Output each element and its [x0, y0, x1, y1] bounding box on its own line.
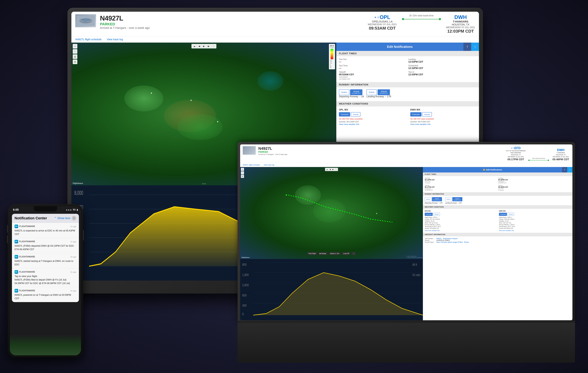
opl-actual-btn[interactable]: Actual	[351, 112, 360, 117]
notif-close-btn[interactable]: ✕	[72, 216, 76, 221]
departing-runway-label: Departing Runway:	[339, 95, 359, 98]
laptop-land-actual-time: 06:48PM CDT	[454, 199, 461, 201]
map-weather-icon[interactable]: ☁	[192, 44, 197, 48]
opl-weather-link[interactable]: View more weather info	[339, 123, 359, 125]
laptop-facebook-btn[interactable]: f	[562, 167, 567, 172]
svg-text:2,800: 2,800	[242, 283, 249, 287]
laptop-efd-temp: Temperature: 89°F / 32°C	[425, 226, 496, 227]
laptop-land-active-btn[interactable]: Active	[445, 197, 452, 201]
laptop-dest-dot	[548, 160, 549, 161]
laptop-notif-bar: 🔔 Edit Notifications f t	[423, 167, 572, 172]
notif-item-1[interactable]: FA FLIGHTAWARE 1h ago N4927L (P28A) depa…	[12, 238, 79, 253]
laptop-efd-actual-btn[interactable]: Actual	[433, 213, 440, 216]
landing-active-btn[interactable]: Active	[367, 89, 377, 95]
departing-active-btn[interactable]: Active	[339, 89, 349, 95]
dest-dot	[439, 18, 441, 20]
laptop-bezel: N4927L PARKED Arrived at T-Hangars - ove…	[240, 144, 572, 320]
taxi-in-item: Taxi In 12:03PM CDT	[408, 71, 476, 80]
laptop-efd-forecast-btn[interactable]: Forecast	[425, 213, 433, 216]
laptop-replay-btn[interactable]: ▶ Replay	[318, 252, 327, 255]
laptop-dwh-actual-btn[interactable]: Actual	[507, 213, 514, 216]
laptop-efd-forecast-btns: Forecast Actual	[425, 213, 496, 216]
zoom-out-btn[interactable]: −	[73, 49, 77, 54]
laptop-loop-btn[interactable]: Loop Off	[342, 252, 350, 255]
laptop-aircraft-section: Tail Number: N4927L Registration Analysi…	[423, 236, 572, 245]
taxi-out-label: Taxi Out	[339, 58, 407, 61]
notif-item-0[interactable]: FA FLIGHTAWARE 1h ago N4927L is expected…	[12, 223, 79, 238]
dwh-actual-btn[interactable]: Actual	[422, 112, 432, 117]
phone-signal-icon: ▲▲▲	[66, 209, 72, 211]
laptop-tail-value[interactable]: N4927L	[436, 238, 442, 239]
actual-label1: Actual	[353, 90, 359, 93]
map-next-btn[interactable]: ▶	[207, 44, 211, 48]
laptop-land-actual-btn[interactable]: Actual 06:48PM CDT	[452, 197, 462, 201]
laptop-speed-btn[interactable]: Speed ⊙ 10x	[329, 252, 341, 255]
laptop-dest-code: DWH	[552, 148, 570, 152]
laptop-efd-clouds: Clouds: SCT @ 3,200 ft	[425, 218, 496, 220]
zoom-in-btn[interactable]: +	[73, 44, 77, 49]
laptop-dwh-forecast-btn[interactable]: Forecast	[499, 213, 507, 216]
social-buttons: f t	[463, 43, 479, 51]
map-play-btn[interactable]: ▶	[202, 44, 206, 48]
laptop-dep-actual-btn[interactable]: Actual 06:49PM CDT	[432, 197, 442, 201]
phone-bezel: 6:05 ▲▲▲ 5G ▮ Notification Center	[10, 206, 81, 355]
laptop-track-link[interactable]: View track log	[264, 164, 274, 166]
map-legend: 200 ft 3 mph -60-40-2002040	[329, 44, 335, 69]
view-track-link[interactable]: View track log	[107, 38, 123, 41]
notif-app-name-1: FLIGHTAWARE	[19, 240, 35, 243]
flight-header: N4927L PARKED Arrived at T-Hangars - ove…	[71, 12, 479, 36]
close-icon: ✕	[73, 217, 75, 220]
laptop-edit-notifications-btn[interactable]: 🔔 Edit Notifications	[423, 167, 562, 172]
laptop-efd-weather-link[interactable]: View more weather info	[425, 230, 440, 231]
show-less-btn[interactable]: ⌃ Show less	[54, 216, 70, 220]
weather-row: OPL WX Forecast Actual No METAR data ava…	[339, 108, 476, 126]
departing-actual-btn[interactable]: Actual 06:53AM CDT	[350, 89, 362, 95]
map-expand-btn[interactable]: ⋯	[211, 44, 216, 48]
edit-notifications-btn[interactable]: Edit Notifications	[336, 43, 463, 51]
laptop-takeoff: Takeoff 06:17PM CDT Scheduled 05:45PM CD…	[425, 185, 497, 191]
laptop-lid: N4927L PARKED Arrived at T-Hangars - ove…	[238, 142, 575, 323]
notif-text-2: N4927L started taxiing at T-Hangars at D…	[15, 259, 76, 266]
twitter-btn[interactable]: t	[471, 43, 479, 51]
phone-vol-up-btn[interactable]	[7, 225, 8, 233]
laptop-photos-link[interactable]: Photos	[464, 241, 469, 243]
laptop-dwh-weather-link[interactable]: View more weather info	[499, 230, 514, 231]
compass-btn[interactable]: ◎	[73, 54, 77, 59]
phone-vol-down-btn[interactable]	[7, 235, 8, 243]
landing-actual-btn[interactable]: Actual 12:03PM CDT	[378, 89, 390, 95]
opl-forecast-btn[interactable]: Forecast	[339, 112, 350, 117]
notif-app-name-3: FLIGHTAWARE	[19, 271, 35, 273]
map-prev-btn[interactable]: ◀	[197, 44, 201, 48]
laptop-dep-active-btn[interactable]: Active	[425, 197, 431, 201]
notif-time-2: 2h ago	[70, 256, 76, 258]
dwh-weather-link[interactable]: View more weather info	[410, 123, 430, 125]
runway-header: RUNWAY INFORMATION	[336, 82, 479, 87]
flightaware-credit: FlightAware	[73, 182, 83, 184]
svg-text:400: 400	[242, 304, 247, 307]
phone-power-btn[interactable]	[83, 230, 84, 241]
laptop-origin: ★ ℹ EFD CITY OF HOUSTON PARKING AND HANG…	[506, 146, 526, 161]
layers-icon[interactable]: ⊞	[73, 60, 77, 64]
laptop-landing: Landing 05:46PM CDT Scheduled 06:39PM CD…	[498, 177, 571, 184]
laptop-weather-section: EFD WX Forecast Actual Flight Rules: VFR…	[423, 209, 572, 233]
notif-item-3[interactable]: FA FLIGHTAWARE 2h ago Tap to view your f…	[12, 268, 79, 287]
laptop-expand-btn[interactable]: ⛶	[352, 252, 356, 255]
laptop-dest-date: SATURDAY 10-JUL-2021	[552, 156, 570, 158]
landing-active-actual: Active Actual 12:03PM CDT	[367, 89, 391, 95]
origin-code: OPL	[380, 14, 390, 20]
laptop-schedule-link[interactable]: N4927L flight schedule	[243, 164, 260, 166]
notif-header-actions: ⌃ Show less ✕	[54, 216, 76, 221]
laptop-type-value[interactable]: Piper Cherokee (piston-single) (P28A)	[436, 241, 463, 243]
laptop-taxi-time2-label: Taxi Time	[498, 188, 571, 190]
laptop-registration-link[interactable]: Registration Analysis	[443, 238, 458, 239]
taxi-in-label: Taxi In	[408, 71, 476, 73]
dwh-forecast-btn[interactable]: Forecast	[410, 112, 421, 117]
svg-text:800: 800	[242, 263, 247, 266]
notif-item-4[interactable]: FA FLIGHTAWARE 2h ago N4927L powered on …	[12, 287, 79, 302]
laptop-past-flight-btn[interactable]: Past Flight	[307, 252, 317, 255]
facebook-btn[interactable]: f	[463, 43, 471, 51]
dwh-weather-col: DWH WX Forecast Actual No METAR data ava…	[410, 108, 476, 126]
flight-schedule-link[interactable]: N4927L flight schedule	[75, 38, 102, 41]
notif-item-2[interactable]: FA FLIGHTAWARE 2h ago N4927L started tax…	[12, 253, 79, 268]
laptop-twitter-btn[interactable]: t	[567, 167, 572, 172]
